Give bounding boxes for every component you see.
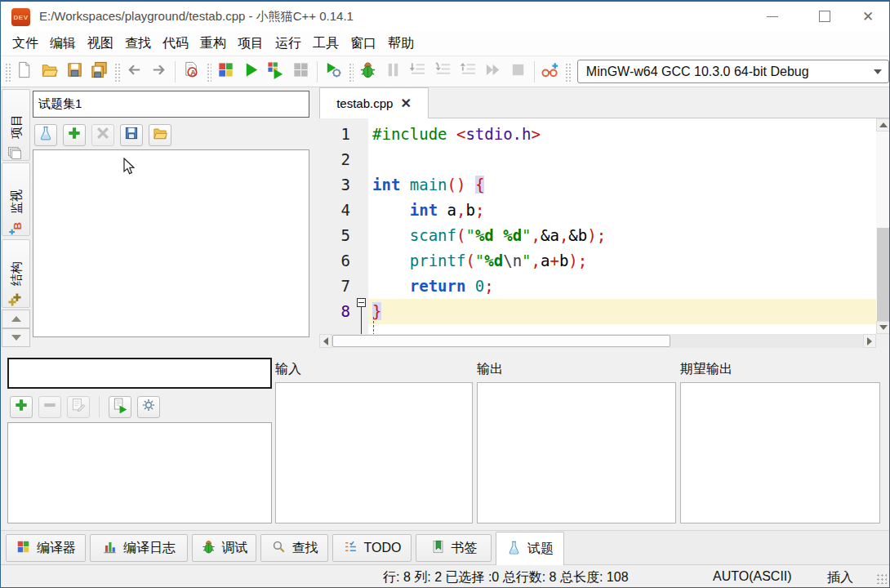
- scroll-down-button[interactable]: [876, 321, 890, 334]
- flask-button[interactable]: [34, 124, 57, 146]
- compile-icon: [216, 60, 235, 82]
- open-button[interactable]: [38, 60, 60, 83]
- scroll-right-button[interactable]: [863, 334, 876, 348]
- editor-tab-testab[interactable]: testab.cpp ✕: [319, 87, 429, 118]
- menu-item-帮助[interactable]: 帮助: [382, 32, 420, 56]
- menu-item-代码[interactable]: 代码: [157, 32, 194, 56]
- menu-item-项目[interactable]: 项目: [232, 32, 269, 56]
- sidebar-tab-watch[interactable]: B监视: [2, 163, 30, 236]
- problem-list[interactable]: [33, 149, 309, 337]
- vertical-scrollbar-thumb[interactable]: [877, 228, 890, 321]
- menu-item-视图[interactable]: 视图: [82, 32, 119, 56]
- back-button[interactable]: [123, 60, 145, 83]
- add-case-button[interactable]: [10, 396, 33, 418]
- token-str: [494, 226, 503, 244]
- compile-button[interactable]: [215, 60, 237, 83]
- minimize-button[interactable]: [754, 2, 790, 31]
- compile-run-button[interactable]: [265, 60, 287, 83]
- menu-item-窗口[interactable]: 窗口: [345, 32, 382, 56]
- problem-set-name-input[interactable]: [33, 91, 309, 118]
- edit-case-button[interactable]: [67, 396, 90, 418]
- bottom-tab-todo[interactable]: TODO: [332, 534, 412, 562]
- fold-range-line: [361, 307, 362, 334]
- token-hdr: stdio.h: [465, 125, 531, 143]
- token-sym: ,: [532, 226, 541, 244]
- horizontal-scrollbar-thumb[interactable]: [332, 335, 670, 347]
- structure-icon: [7, 292, 26, 308]
- sidebar-tab-inner: 项目: [2, 89, 30, 161]
- menu-item-查找[interactable]: 查找: [119, 32, 157, 56]
- io-textarea-1[interactable]: [275, 382, 473, 523]
- problem-set-toolbar: [34, 122, 171, 147]
- continue-button[interactable]: [482, 60, 504, 83]
- bottom-tab-bar: 编译器编译日志调试查找TODO书签试题: [1, 530, 889, 564]
- sidebar-scroll-down-button[interactable]: [2, 328, 30, 347]
- find-in-files-button[interactable]: A: [180, 60, 202, 83]
- edit-icon: [70, 397, 87, 416]
- bottom-tab-search[interactable]: 查找: [260, 534, 328, 562]
- code-line-4: int a,b;: [368, 198, 876, 223]
- sidebar-tab-project[interactable]: 项目: [2, 89, 30, 161]
- token-str: ": [522, 252, 531, 270]
- debug-button[interactable]: [357, 60, 379, 83]
- bottom-tab-problem[interactable]: 试题: [496, 532, 564, 565]
- toolbar-drag-handle: [348, 62, 354, 82]
- settings-case-button[interactable]: [137, 396, 160, 418]
- bottom-tab-compile-log[interactable]: 编译日志: [90, 534, 188, 562]
- io-label-1: 输入: [275, 361, 301, 378]
- remove-case-button[interactable]: [38, 396, 61, 418]
- token-pln: &b: [568, 226, 587, 244]
- add-watch-button[interactable]: [540, 60, 562, 83]
- new-file-button[interactable]: [14, 60, 36, 83]
- fold-marker[interactable]: [357, 298, 366, 307]
- forward-button[interactable]: [148, 60, 170, 83]
- sidebar-scroll-up-button[interactable]: [2, 310, 30, 328]
- case-name-input[interactable]: [7, 358, 272, 389]
- bottom-tab-compiler[interactable]: 编译器: [6, 534, 86, 562]
- run-cases-case-button[interactable]: [109, 396, 131, 418]
- open-icon: [40, 60, 59, 82]
- editor-code-area[interactable]: #include <stdio.h>int main() { int a,b; …: [368, 118, 876, 334]
- save-all-button[interactable]: [89, 60, 111, 83]
- run-parameters-button[interactable]: [323, 60, 345, 83]
- io-textarea-3[interactable]: [680, 382, 880, 523]
- io-textarea-2[interactable]: [477, 382, 676, 523]
- step-over-button[interactable]: [407, 60, 429, 83]
- code-line-8: }: [368, 299, 876, 324]
- stop-button[interactable]: [507, 60, 529, 83]
- close-button[interactable]: ✕: [850, 2, 886, 31]
- sidebar-tab-structure[interactable]: 结构: [2, 239, 30, 308]
- menu-item-编辑[interactable]: 编辑: [44, 32, 82, 56]
- menu-item-工具[interactable]: 工具: [307, 32, 345, 56]
- case-list[interactable]: [7, 422, 272, 523]
- menu-item-重构[interactable]: 重构: [194, 32, 232, 56]
- debug-icon: [358, 60, 377, 82]
- bottom-tab-bookmark[interactable]: 书签: [416, 534, 492, 562]
- token-fmt: %d: [475, 226, 494, 244]
- code-editor[interactable]: 12345678 #include <stdio.h>int main() { …: [319, 118, 876, 334]
- token-pln: b: [465, 201, 474, 219]
- save-disk-button[interactable]: [120, 124, 143, 146]
- compiler-select[interactable]: MinGW-w64 GCC 10.3.0 64-bit Debug: [577, 60, 889, 83]
- scroll-left-icon: [323, 337, 328, 345]
- bottom-tab-debug[interactable]: 调试: [192, 534, 256, 562]
- delete-button[interactable]: [91, 124, 114, 146]
- run-button[interactable]: [240, 60, 262, 83]
- scroll-left-button[interactable]: [319, 334, 332, 348]
- maximize-button[interactable]: [807, 2, 843, 31]
- application-window: DEV E:/Workspaces/playground/testab.cpp …: [0, 0, 890, 588]
- menu-item-运行[interactable]: 运行: [269, 32, 307, 56]
- add-button[interactable]: [63, 124, 86, 146]
- rebuild-button[interactable]: [290, 60, 312, 83]
- scroll-up-button[interactable]: [876, 118, 890, 131]
- step-into-button[interactable]: [432, 60, 454, 83]
- flask-icon: [38, 125, 54, 145]
- resize-grip[interactable]: [876, 573, 887, 584]
- step-out-button[interactable]: [457, 60, 479, 83]
- open-folder-button[interactable]: [149, 124, 171, 146]
- pause-button[interactable]: [382, 60, 404, 83]
- line-number: 3: [319, 172, 350, 198]
- menu-item-文件[interactable]: 文件: [7, 32, 44, 56]
- save-button[interactable]: [64, 60, 86, 83]
- tab-close-icon[interactable]: ✕: [400, 96, 411, 111]
